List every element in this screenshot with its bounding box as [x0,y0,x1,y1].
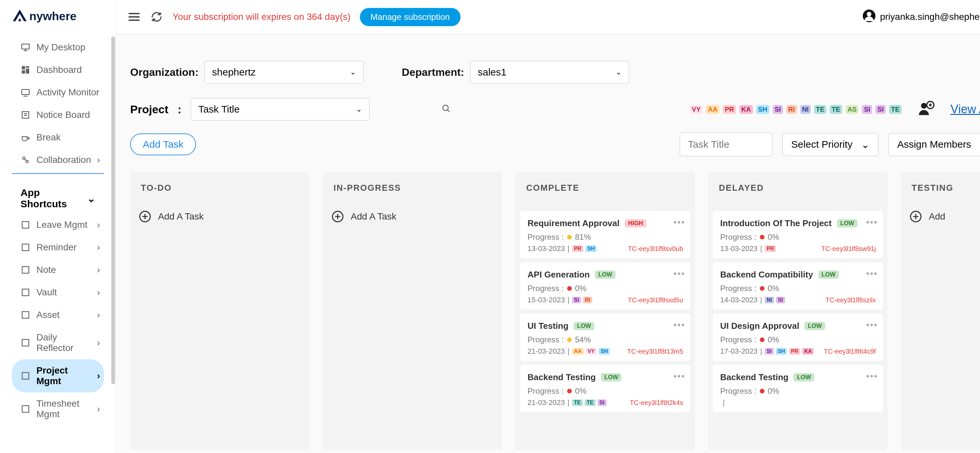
svg-rect-16 [22,372,29,379]
nav-section-app-shortcuts[interactable]: App Shortcuts ⌄ [12,183,104,214]
member-chip-ri[interactable]: RI [786,105,797,114]
member-chip-aa[interactable]: AA [706,105,719,114]
svg-rect-12 [22,267,29,273]
task-card[interactable]: •••UI TestingLOWProgress :54%21-03-2023|… [520,313,690,361]
generic-icon [21,265,30,275]
member-chip-te[interactable]: TE [814,105,827,114]
nav-label: Reminder [37,242,76,253]
task-card[interactable]: •••Introduction Of The ProjectLOWProgres… [713,211,883,258]
member-chip-sh[interactable]: SH [756,105,770,114]
user-email: priyanka.singh@shephertz.com [880,11,980,22]
manage-subscription-button[interactable]: Manage subscription [360,8,461,26]
sidebar-item-reminder[interactable]: Reminder› [12,236,104,259]
organization-select[interactable]: shephertz⌄ [205,61,364,83]
sidebar-item-break[interactable]: Break [12,126,104,149]
notice-icon [21,110,30,120]
task-card[interactable]: •••API GenerationLOWProgress :0%15-03-20… [520,262,690,310]
nav-label: Note [37,265,56,275]
member-chip-pr[interactable]: PR [723,105,736,114]
kanban-board[interactable]: TO-DOAdd A TaskIN-PROGRESSAdd A TaskCOMP… [130,172,980,453]
card-title: Introduction Of The Project [720,218,832,229]
svg-point-20 [443,105,448,111]
sidebar-item-leave-mgmt[interactable]: Leave Mgmt› [12,214,104,236]
assign-members-dropdown[interactable]: Assign Members⌄ [888,133,980,156]
member-chip: AA [572,348,584,354]
progress-row: Progress :81% [527,232,683,242]
sidebar-item-timesheet-mgmt[interactable]: Timesheet Mgmt› [12,393,104,426]
task-card[interactable]: •••Backend CompatibilityLOWProgress :0%1… [713,262,883,310]
sidebar-scrollbar[interactable] [111,37,115,384]
chevron-right-icon: › [97,155,100,165]
card-date: 14-03-2023 [720,296,757,304]
member-chip: VY [586,348,597,354]
generic-icon [21,288,30,297]
sidebar-item-project-mgmt[interactable]: Project Mgmt› [12,359,104,393]
member-chip-te[interactable]: TE [889,105,902,114]
user-menu[interactable]: priyanka.singh@shephertz.com Super admin… [862,9,980,25]
sidebar-item-daily-reflector[interactable]: Daily Reflector› [12,326,104,359]
card-title: Backend Compatibility [720,270,813,280]
svg-rect-2 [22,66,25,70]
add-a-task-button[interactable]: Add A Task [130,207,310,234]
card-menu-icon[interactable]: ••• [673,319,685,330]
sidebar-item-my-desktop[interactable]: My Desktop [12,36,104,59]
sidebar-item-dashboard[interactable]: Dashboard [12,59,104,81]
nav-label: Asset [37,310,60,320]
sidebar-item-notice-board[interactable]: Notice Board [12,104,104,126]
nav-label: Collaboration [37,155,91,165]
task-id: TC-eey3l1lf8sw91j [821,245,876,253]
nav-label: My Desktop [37,42,86,52]
chevron-down-icon: ⌄ [87,193,95,204]
card-menu-icon[interactable]: ••• [673,217,685,227]
svg-text:nywhere: nywhere [29,10,76,22]
task-search-input[interactable] [680,132,772,156]
menu-icon[interactable] [127,10,141,24]
chevron-right-icon: › [97,265,100,275]
card-menu-icon[interactable]: ••• [673,371,685,381]
member-chip-si[interactable]: SI [773,105,783,114]
member-chip-si[interactable]: SI [862,105,872,114]
nav-label: Activity Monitor [37,87,99,98]
svg-rect-4 [26,68,29,73]
task-card[interactable]: •••Backend TestingLOWProgress :0%| [713,365,883,412]
task-card[interactable]: •••UI Design ApprovalLOWProgress :0%17-0… [713,313,883,361]
add-user-icon[interactable] [918,100,935,119]
sidebar-item-asset[interactable]: Asset› [12,304,104,326]
department-select[interactable]: sales1⌄ [470,61,629,83]
sidebar-item-note[interactable]: Note› [12,259,104,281]
view-all-link[interactable]: View All [951,102,980,116]
member-chip-vy[interactable]: VY [690,105,703,114]
project-select[interactable]: Task Title⌄ [191,98,369,121]
task-card[interactable]: •••Backend TestingLOWProgress :0%21-03-2… [520,365,690,412]
card-menu-icon[interactable]: ••• [673,268,685,279]
card-date: 13-03-2023 [527,245,565,253]
member-chip: SH [598,348,610,354]
card-menu-icon[interactable]: ••• [866,217,878,227]
go-back-link[interactable]: Go Back ← [130,43,980,61]
member-chip-as[interactable]: AS [846,105,859,114]
task-card[interactable]: •••Requirement ApprovalHIGHProgress :81%… [520,211,690,258]
card-menu-icon[interactable]: ••• [866,371,878,381]
card-meta-row: 15-03-2023|SIRITC-eey3l1lf8sxd5u [527,296,683,304]
add-a-task-button[interactable]: Add [901,207,980,234]
member-chip-te[interactable]: TE [830,105,842,114]
chevron-right-icon: › [97,242,100,253]
search-icon[interactable] [442,104,451,114]
desktop-icon [21,42,30,52]
task-id: TC-eey3l1lf8szilx [826,296,876,304]
select-priority-dropdown[interactable]: Select Priority⌄ [782,133,878,156]
sidebar-item-collaboration[interactable]: Collaboration› [12,149,104,171]
member-chip-ni[interactable]: NI [800,105,811,114]
generic-icon [21,310,30,320]
priority-badge: LOW [574,322,594,330]
break-icon [21,132,30,142]
sync-icon[interactable] [150,10,163,24]
member-chip-si[interactable]: SI [875,105,886,114]
card-menu-icon[interactable]: ••• [866,268,878,279]
add-task-button[interactable]: Add Task [130,134,196,155]
add-a-task-button[interactable]: Add A Task [323,207,502,234]
sidebar-item-activity-monitor[interactable]: Activity Monitor [12,81,104,104]
sidebar-item-vault[interactable]: Vault› [12,281,104,304]
card-menu-icon[interactable]: ••• [866,319,878,330]
member-chip-ka[interactable]: KA [739,105,753,114]
